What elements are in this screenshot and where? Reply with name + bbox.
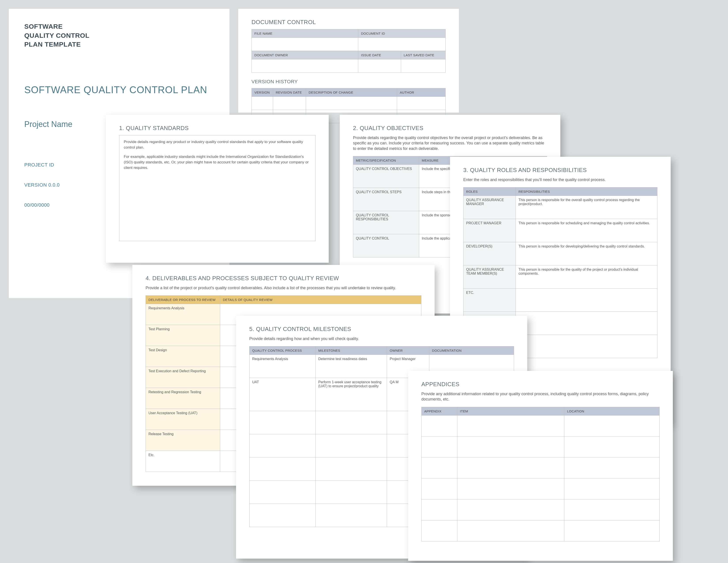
vh-desc: DESCRIPTION OF CHANGE	[306, 88, 397, 97]
s2-r2-a: QUALITY CONTROL RESPONSIBILITIES	[353, 211, 419, 234]
dc-document-id: DOCUMENT ID	[358, 29, 446, 38]
s6-table: APPENDIX ITEM LOCATION	[421, 407, 660, 541]
s3-r2-b[interactable]: This person is responsible for developin…	[516, 242, 657, 265]
s1-p2: For example, applicable industry standar…	[124, 154, 311, 170]
s5-th3: OWNER	[387, 347, 429, 355]
s4-r6: Release Testing	[146, 430, 220, 451]
s5-th2: MILESTONES	[315, 347, 387, 355]
doc-control-heading: DOCUMENT CONTROL	[251, 19, 446, 26]
s6-th1: APPENDIX	[422, 407, 457, 415]
s4-r7: Etc.	[146, 451, 220, 472]
s4-th1: DELIVERABLE OR PROCESS TO REVIEW	[146, 296, 220, 304]
s5-r0-b[interactable]: Determine test readiness dates	[315, 355, 387, 378]
s4-heading: 4. DELIVERABLES AND PROCESSES SUBJECT TO…	[146, 275, 421, 282]
s5-desc: Provide details regarding how and when y…	[249, 336, 514, 341]
cover-title: SOFTWARE QUALITY CONTROL PLAN	[24, 84, 214, 95]
s4-r3: Test Execution and Defect Reporting	[146, 367, 220, 388]
s3-r0-b[interactable]: This person is responsible for the overa…	[516, 196, 657, 219]
s5-r1-b[interactable]: Perform 1-week user acceptance testing (…	[315, 378, 387, 411]
document-control-page: DOCUMENT CONTROL FILE NAME DOCUMENT ID D…	[238, 9, 459, 113]
s5-th1: QUALITY CONTROL PROCESS	[250, 347, 316, 355]
s4-r2: Test Design	[146, 346, 220, 367]
dc-issue-date-value[interactable]	[358, 59, 401, 73]
s3-r4-a: ETC.	[463, 289, 516, 312]
cover-brand-line3: PLAN TEMPLATE	[24, 40, 214, 49]
s2-desc: Provide details regarding the quality co…	[353, 135, 547, 151]
s6-th2: ITEM	[457, 407, 564, 415]
s6-desc: Provide any additional information relat…	[421, 391, 660, 402]
s3-desc: Enter the roles and responsibilities tha…	[463, 177, 657, 182]
s2-th-metric: METRIC/SPECIFICATION	[353, 156, 419, 164]
quality-standards-page: 1. QUALITY STANDARDS Provide details reg…	[106, 115, 329, 263]
vh-revdate: REVISION DATE	[273, 88, 306, 97]
s3-heading: 3. QUALITY ROLES AND RESPONSIBILITIES	[463, 167, 657, 173]
cover-brand-line2: QUALITY CONTROL	[24, 31, 214, 40]
s5-r0-a[interactable]: Requirements Analysis	[250, 355, 316, 378]
s4-th2: DETAILS OF QUALITY REVIEW	[220, 296, 421, 304]
s4-r4: Retesting and Regression Testing	[146, 388, 220, 409]
doc-control-table: FILE NAME DOCUMENT ID DOCUMENT OWNER ISS…	[251, 29, 446, 73]
s3-r0-a: QUALITY ASSURANCE MANAGER	[463, 196, 516, 219]
s6-heading: APPENDICES	[421, 381, 660, 388]
s2-r0-a: QUALITY CONTROL OBJECTIVES	[353, 164, 419, 188]
appendices-page: APPENDICES Provide any additional inform…	[408, 371, 673, 561]
dc-file-name-value[interactable]	[252, 38, 358, 51]
dc-last-saved: LAST SAVED DATE	[401, 51, 445, 59]
s2-r1-a: QUALITY CONTROL STEPS	[353, 188, 419, 211]
s6-th3: LOCATION	[564, 407, 660, 415]
s3-th-roles: ROLES	[463, 187, 516, 196]
s4-r0: Requirements Analysis	[146, 304, 220, 325]
dc-file-name: FILE NAME	[252, 29, 358, 38]
s3-r2-a: DEVELOPER(S)	[463, 242, 516, 265]
vh-author: AUTHOR	[397, 88, 446, 97]
cover-brand-line1: SOFTWARE	[24, 22, 214, 31]
s4-desc: Provide a list of the project or product…	[146, 285, 421, 291]
dc-document-id-value[interactable]	[358, 38, 446, 51]
dc-owner-value[interactable]	[252, 59, 358, 73]
s3-r1-a: PROJECT MANAGER	[463, 219, 516, 242]
s2-heading: 2. QUALITY OBJECTIVES	[353, 125, 547, 132]
s1-p1: Provide details regarding any product or…	[124, 139, 311, 150]
s3-r4-b[interactable]	[516, 289, 657, 312]
s4-r1: Test Planning	[146, 325, 220, 346]
s2-r3-a: QUALITY CONTROL	[353, 234, 419, 257]
dc-issue-date: ISSUE DATE	[358, 51, 401, 59]
s3-r3-a: QUALITY ASSURANCE TEAM MEMBER(S)	[463, 265, 516, 289]
s3-r1-b[interactable]: This person is responsible for schedulin…	[516, 219, 657, 242]
s5-heading: 5. QUALITY CONTROL MILESTONES	[249, 326, 514, 333]
s1-box[interactable]: Provide details regarding any product or…	[119, 135, 315, 241]
s5-r1-a[interactable]: UAT	[250, 378, 316, 411]
s1-heading: 1. QUALITY STANDARDS	[119, 125, 315, 132]
s5-th4: DOCUMENTATION	[429, 347, 514, 355]
dc-last-saved-value[interactable]	[401, 59, 445, 73]
s3-th-resp: RESPONSIBILITIES	[516, 187, 657, 196]
dc-owner: DOCUMENT OWNER	[252, 51, 358, 59]
s4-r5: User Acceptance Testing (UAT)	[146, 409, 220, 430]
s3-r3-b[interactable]: This person is responsible for the quali…	[516, 265, 657, 289]
version-history-heading: VERSION HISTORY	[251, 79, 446, 85]
vh-version: VERSION	[252, 88, 273, 97]
